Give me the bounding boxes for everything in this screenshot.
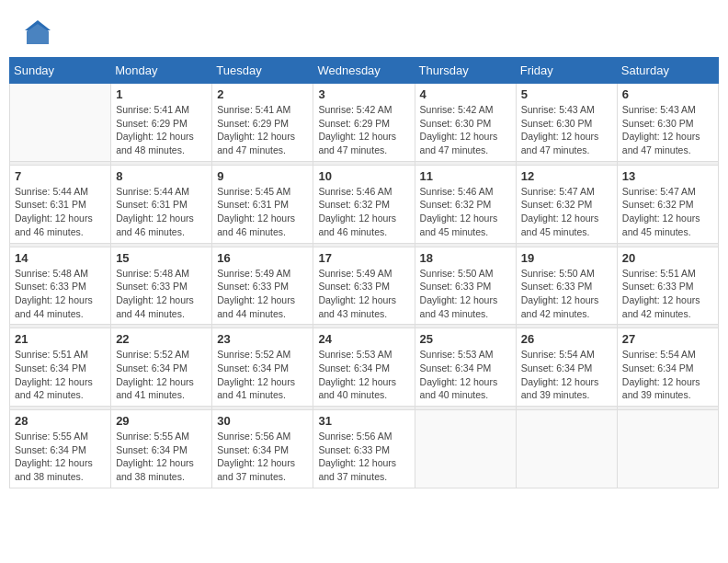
day-info: Sunrise: 5:47 AMSunset: 6:32 PMDaylight:… <box>622 185 713 239</box>
calendar-cell: 25Sunrise: 5:53 AMSunset: 6:34 PMDayligh… <box>415 328 516 407</box>
day-number: 20 <box>622 251 713 265</box>
weekday-header-wednesday: Wednesday <box>313 58 415 84</box>
calendar-cell: 23Sunrise: 5:52 AMSunset: 6:34 PMDayligh… <box>212 328 313 407</box>
day-number: 30 <box>217 414 308 428</box>
day-info: Sunrise: 5:42 AMSunset: 6:30 PMDaylight:… <box>420 103 511 157</box>
day-info: Sunrise: 5:50 AMSunset: 6:33 PMDaylight:… <box>420 267 511 321</box>
day-number: 18 <box>420 251 511 265</box>
svg-marker-0 <box>27 22 49 44</box>
day-number: 19 <box>521 251 612 265</box>
logo <box>23 18 56 48</box>
calendar-cell: 13Sunrise: 5:47 AMSunset: 6:32 PMDayligh… <box>617 165 718 243</box>
day-number: 7 <box>15 169 106 183</box>
day-info: Sunrise: 5:43 AMSunset: 6:30 PMDaylight:… <box>521 103 612 157</box>
day-number: 24 <box>318 332 409 346</box>
day-number: 2 <box>217 87 308 101</box>
calendar-cell: 24Sunrise: 5:53 AMSunset: 6:34 PMDayligh… <box>313 328 415 407</box>
day-number: 27 <box>622 332 713 346</box>
day-number: 10 <box>318 169 409 183</box>
calendar-cell: 20Sunrise: 5:51 AMSunset: 6:33 PMDayligh… <box>617 247 718 325</box>
day-number: 16 <box>217 251 308 265</box>
day-info: Sunrise: 5:49 AMSunset: 6:33 PMDaylight:… <box>217 267 308 321</box>
day-info: Sunrise: 5:54 AMSunset: 6:34 PMDaylight:… <box>622 348 713 402</box>
calendar-cell: 9Sunrise: 5:45 AMSunset: 6:31 PMDaylight… <box>212 165 313 243</box>
day-info: Sunrise: 5:41 AMSunset: 6:29 PMDaylight:… <box>217 103 308 157</box>
calendar-cell: 18Sunrise: 5:50 AMSunset: 6:33 PMDayligh… <box>415 247 516 325</box>
day-number: 26 <box>521 332 612 346</box>
day-info: Sunrise: 5:52 AMSunset: 6:34 PMDaylight:… <box>116 348 207 402</box>
day-info: Sunrise: 5:49 AMSunset: 6:33 PMDaylight:… <box>318 267 409 321</box>
weekday-header-monday: Monday <box>111 58 212 84</box>
calendar-cell: 6Sunrise: 5:43 AMSunset: 6:30 PMDaylight… <box>617 84 718 162</box>
day-info: Sunrise: 5:52 AMSunset: 6:34 PMDaylight:… <box>217 348 308 402</box>
weekday-header-thursday: Thursday <box>415 58 516 84</box>
day-number: 15 <box>116 251 207 265</box>
calendar-cell: 1Sunrise: 5:41 AMSunset: 6:29 PMDaylight… <box>111 84 212 162</box>
day-info: Sunrise: 5:53 AMSunset: 6:34 PMDaylight:… <box>420 348 511 402</box>
page-header <box>9 9 719 52</box>
calendar-cell: 28Sunrise: 5:55 AMSunset: 6:34 PMDayligh… <box>10 410 111 488</box>
day-info: Sunrise: 5:43 AMSunset: 6:30 PMDaylight:… <box>622 103 713 157</box>
calendar-cell: 4Sunrise: 5:42 AMSunset: 6:30 PMDaylight… <box>415 84 516 162</box>
day-info: Sunrise: 5:56 AMSunset: 6:33 PMDaylight:… <box>318 430 409 484</box>
day-number: 29 <box>116 414 207 428</box>
day-info: Sunrise: 5:44 AMSunset: 6:31 PMDaylight:… <box>116 185 207 239</box>
day-number: 17 <box>318 251 409 265</box>
day-info: Sunrise: 5:48 AMSunset: 6:33 PMDaylight:… <box>15 267 106 321</box>
calendar-cell: 15Sunrise: 5:48 AMSunset: 6:33 PMDayligh… <box>111 247 212 325</box>
logo-icon <box>23 18 52 48</box>
calendar-cell: 11Sunrise: 5:46 AMSunset: 6:32 PMDayligh… <box>415 165 516 243</box>
calendar-cell: 21Sunrise: 5:51 AMSunset: 6:34 PMDayligh… <box>10 328 111 407</box>
calendar-cell: 12Sunrise: 5:47 AMSunset: 6:32 PMDayligh… <box>516 165 617 243</box>
calendar-cell: 26Sunrise: 5:54 AMSunset: 6:34 PMDayligh… <box>516 328 617 407</box>
day-number: 11 <box>420 169 511 183</box>
day-info: Sunrise: 5:56 AMSunset: 6:34 PMDaylight:… <box>217 430 308 484</box>
weekday-header-row: SundayMondayTuesdayWednesdayThursdayFrid… <box>10 58 719 84</box>
day-info: Sunrise: 5:44 AMSunset: 6:31 PMDaylight:… <box>15 185 106 239</box>
calendar-cell <box>415 410 516 488</box>
calendar-cell: 29Sunrise: 5:55 AMSunset: 6:34 PMDayligh… <box>111 410 212 488</box>
day-number: 9 <box>217 169 308 183</box>
calendar-cell: 17Sunrise: 5:49 AMSunset: 6:33 PMDayligh… <box>313 247 415 325</box>
day-number: 4 <box>420 87 511 101</box>
day-info: Sunrise: 5:50 AMSunset: 6:33 PMDaylight:… <box>521 267 612 321</box>
day-info: Sunrise: 5:55 AMSunset: 6:34 PMDaylight:… <box>116 430 207 484</box>
calendar-cell: 8Sunrise: 5:44 AMSunset: 6:31 PMDaylight… <box>111 165 212 243</box>
weekday-header-tuesday: Tuesday <box>212 58 313 84</box>
day-number: 22 <box>116 332 207 346</box>
day-number: 21 <box>15 332 106 346</box>
day-number: 13 <box>622 169 713 183</box>
day-number: 28 <box>15 414 106 428</box>
day-info: Sunrise: 5:48 AMSunset: 6:33 PMDaylight:… <box>116 267 207 321</box>
calendar-table: SundayMondayTuesdayWednesdayThursdayFrid… <box>9 57 719 488</box>
calendar-cell: 10Sunrise: 5:46 AMSunset: 6:32 PMDayligh… <box>313 165 415 243</box>
day-info: Sunrise: 5:41 AMSunset: 6:29 PMDaylight:… <box>116 103 207 157</box>
calendar-cell: 22Sunrise: 5:52 AMSunset: 6:34 PMDayligh… <box>111 328 212 407</box>
day-info: Sunrise: 5:47 AMSunset: 6:32 PMDaylight:… <box>521 185 612 239</box>
day-info: Sunrise: 5:46 AMSunset: 6:32 PMDaylight:… <box>420 185 511 239</box>
day-number: 5 <box>521 87 612 101</box>
day-number: 6 <box>622 87 713 101</box>
day-number: 8 <box>116 169 207 183</box>
calendar-week-row: 1Sunrise: 5:41 AMSunset: 6:29 PMDaylight… <box>10 84 719 162</box>
calendar-week-row: 14Sunrise: 5:48 AMSunset: 6:33 PMDayligh… <box>10 247 719 325</box>
calendar-cell: 14Sunrise: 5:48 AMSunset: 6:33 PMDayligh… <box>10 247 111 325</box>
weekday-header-friday: Friday <box>516 58 617 84</box>
day-info: Sunrise: 5:51 AMSunset: 6:33 PMDaylight:… <box>622 267 713 321</box>
weekday-header-sunday: Sunday <box>10 58 111 84</box>
calendar-cell <box>516 410 617 488</box>
calendar-cell: 5Sunrise: 5:43 AMSunset: 6:30 PMDaylight… <box>516 84 617 162</box>
day-number: 23 <box>217 332 308 346</box>
calendar-cell: 30Sunrise: 5:56 AMSunset: 6:34 PMDayligh… <box>212 410 313 488</box>
day-number: 31 <box>318 414 409 428</box>
calendar-cell: 3Sunrise: 5:42 AMSunset: 6:29 PMDaylight… <box>313 84 415 162</box>
day-info: Sunrise: 5:53 AMSunset: 6:34 PMDaylight:… <box>318 348 409 402</box>
calendar-cell: 19Sunrise: 5:50 AMSunset: 6:33 PMDayligh… <box>516 247 617 325</box>
calendar-week-row: 7Sunrise: 5:44 AMSunset: 6:31 PMDaylight… <box>10 165 719 243</box>
calendar-cell: 27Sunrise: 5:54 AMSunset: 6:34 PMDayligh… <box>617 328 718 407</box>
day-number: 1 <box>116 87 207 101</box>
day-info: Sunrise: 5:45 AMSunset: 6:31 PMDaylight:… <box>217 185 308 239</box>
calendar-cell: 31Sunrise: 5:56 AMSunset: 6:33 PMDayligh… <box>313 410 415 488</box>
day-info: Sunrise: 5:55 AMSunset: 6:34 PMDaylight:… <box>15 430 106 484</box>
calendar-cell: 7Sunrise: 5:44 AMSunset: 6:31 PMDaylight… <box>10 165 111 243</box>
